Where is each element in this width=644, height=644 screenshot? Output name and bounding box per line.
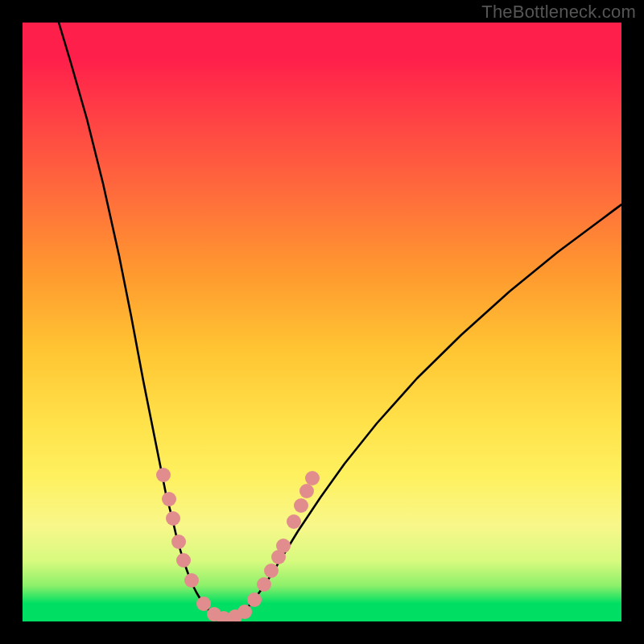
plot-area bbox=[23, 23, 621, 621]
bead-marker bbox=[305, 471, 320, 485]
bead-marker bbox=[299, 484, 314, 498]
bead-marker bbox=[171, 535, 186, 549]
bead-marker bbox=[257, 577, 271, 592]
curve-layer bbox=[23, 23, 621, 621]
bead-marker bbox=[156, 468, 171, 482]
bead-marker bbox=[162, 492, 176, 506]
bead-marker bbox=[264, 564, 279, 578]
chart-stage: TheBottleneck.com bbox=[0, 0, 644, 644]
bead-marker bbox=[276, 539, 291, 553]
watermark-text: TheBottleneck.com bbox=[481, 2, 636, 23]
bead-marker bbox=[196, 597, 211, 611]
bead-marker bbox=[294, 498, 308, 513]
bead-marker bbox=[237, 605, 252, 619]
bead-marker bbox=[287, 514, 301, 529]
bottleneck-curve bbox=[59, 23, 621, 618]
bead-marker bbox=[176, 553, 191, 568]
bead-marker bbox=[166, 511, 180, 526]
bead-marker bbox=[247, 592, 262, 607]
bead-marker bbox=[184, 573, 199, 588]
